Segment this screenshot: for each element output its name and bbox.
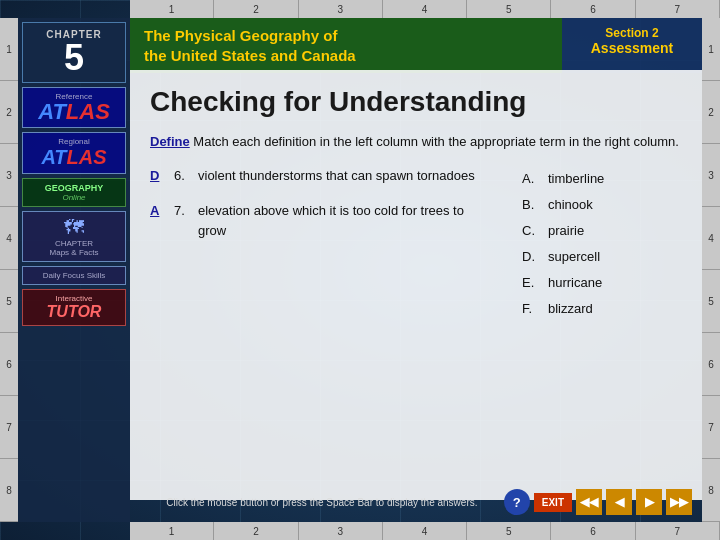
right-ruler-item: 5	[702, 270, 720, 333]
right-ruler-item: 8	[702, 459, 720, 522]
chapter-maps-button[interactable]: 🗺 CHAPTERMaps & Facts	[22, 211, 126, 262]
answer-item-f: F. blizzard	[522, 296, 682, 322]
left-ruler-item: 3	[0, 144, 18, 207]
answer-item-e: E. hurricane	[522, 270, 682, 296]
answer-key-c: C.	[522, 218, 542, 244]
next-button[interactable]: ▶	[636, 489, 662, 515]
chapter-number: 5	[27, 40, 121, 76]
left-ruler-item: 4	[0, 207, 18, 270]
questions-area: D 6. violent thunderstorms that can spaw…	[150, 166, 682, 322]
top-ruler-item: 2	[214, 0, 298, 18]
tutor-label: TUTOR	[27, 303, 121, 321]
bottom-bar: Click the mouse button or press the Spac…	[130, 482, 702, 522]
answer-key-d: D.	[522, 244, 542, 270]
geography-label: GEOGRAPHY	[27, 183, 121, 193]
answer-value-b: chinook	[548, 192, 593, 218]
bottom-ruler-item: 6	[551, 522, 635, 540]
click-instruction: Click the mouse button or press the Spac…	[140, 497, 504, 508]
questions-left: D 6. violent thunderstorms that can spaw…	[150, 166, 492, 322]
bottom-ruler-item: 4	[383, 522, 467, 540]
answer-item-d: D. supercell	[522, 244, 682, 270]
left-ruler-item: 2	[0, 81, 18, 144]
header-title: The Physical Geography of the United Sta…	[144, 26, 548, 65]
left-ruler-item: 5	[0, 270, 18, 333]
daily-focus-button[interactable]: Daily Focus Skills	[22, 266, 126, 285]
map-icon: 🗺	[27, 216, 121, 239]
prev-button[interactable]: ◀	[606, 489, 632, 515]
right-ruler-item: 7	[702, 396, 720, 459]
left-ruler-item: 1	[0, 18, 18, 81]
answer-value-c: prairie	[548, 218, 584, 244]
question-row-2: A 7. elevation above which it is too col…	[150, 201, 492, 240]
reference-atlas-button[interactable]: Reference ATLAS	[22, 87, 126, 128]
section-label: Section 2	[576, 26, 688, 40]
chapter-box: CHAPTER 5	[22, 22, 126, 83]
define-instruction: Match each definition in the left column…	[190, 134, 679, 149]
right-ruler-item: 6	[702, 333, 720, 396]
geography-online-button[interactable]: GEOGRAPHY Online	[22, 178, 126, 207]
top-ruler-item: 5	[467, 0, 551, 18]
answer-value-d: supercell	[548, 244, 600, 270]
bottom-ruler-item: 1	[130, 522, 214, 540]
bottom-ruler-item: 2	[214, 522, 298, 540]
answer-key-a: A.	[522, 166, 542, 192]
interactive-label: Interactive	[27, 294, 121, 303]
right-ruler: 1 2 3 4 5 6 7 8	[702, 18, 720, 522]
answer-value-f: blizzard	[548, 296, 593, 322]
bottom-ruler: 1 2 3 4 5 6 7	[130, 522, 720, 540]
atlas-logo: ATLAS	[27, 101, 121, 123]
nav-buttons: ? EXIT ◀◀ ◀ ▶ ▶▶	[504, 489, 692, 515]
answer-item-a: A. timberline	[522, 166, 682, 192]
left-ruler-item: 7	[0, 396, 18, 459]
question-row-1: D 6. violent thunderstorms that can spaw…	[150, 166, 492, 186]
right-ruler-item: 2	[702, 81, 720, 144]
top-ruler: 1 2 3 4 5 6 7	[130, 0, 720, 18]
header-area: The Physical Geography of the United Sta…	[130, 18, 702, 73]
top-ruler-item: 4	[383, 0, 467, 18]
exit-button[interactable]: EXIT	[534, 493, 572, 512]
q-number-1: 6.	[174, 166, 198, 186]
q-text-2: elevation above which it is too cold for…	[198, 201, 492, 240]
first-button[interactable]: ◀◀	[576, 489, 602, 515]
answer-letter-2: A	[150, 201, 170, 221]
regional-atlas-button[interactable]: Regional ATLAS	[22, 132, 126, 174]
answer-value-a: timberline	[548, 166, 604, 192]
answer-letter-1: D	[150, 166, 170, 186]
answer-key-b: B.	[522, 192, 542, 218]
assessment-label: Assessment	[576, 40, 688, 56]
left-ruler-item: 8	[0, 459, 18, 522]
right-ruler-item: 1	[702, 18, 720, 81]
answer-item-c: C. prairie	[522, 218, 682, 244]
header-title-box: The Physical Geography of the United Sta…	[130, 18, 562, 73]
left-ruler-item: 6	[0, 333, 18, 396]
answer-item-b: B. chinook	[522, 192, 682, 218]
interactive-tutor-button[interactable]: Interactive TUTOR	[22, 289, 126, 326]
answer-key-e: E.	[522, 270, 542, 296]
top-ruler-item: 6	[551, 0, 635, 18]
help-button[interactable]: ?	[504, 489, 530, 515]
main-content: Checking for Understanding Define Match …	[130, 70, 702, 500]
bottom-ruler-item: 7	[636, 522, 720, 540]
top-ruler-item: 3	[299, 0, 383, 18]
answer-value-e: hurricane	[548, 270, 602, 296]
define-word: Define	[150, 134, 190, 149]
bottom-ruler-item: 5	[467, 522, 551, 540]
right-ruler-item: 3	[702, 144, 720, 207]
chapter-maps-label: CHAPTERMaps & Facts	[27, 239, 121, 257]
bottom-ruler-item: 3	[299, 522, 383, 540]
q-number-2: 7.	[174, 201, 198, 221]
answers-right: A. timberline B. chinook C. prairie D. s…	[522, 166, 682, 322]
last-button[interactable]: ▶▶	[666, 489, 692, 515]
atlas-logo2: ATLAS	[27, 146, 121, 169]
daily-focus-label: Daily Focus Skills	[27, 271, 121, 280]
left-sidebar: CHAPTER 5 Reference ATLAS Regional ATLAS…	[18, 18, 130, 522]
regional-label: Regional	[27, 137, 121, 146]
define-row: Define Match each definition in the left…	[150, 132, 682, 152]
online-label: Online	[27, 193, 121, 202]
q-text-1: violent thunderstorms that can spawn tor…	[198, 166, 492, 186]
page-heading: Checking for Understanding	[150, 86, 682, 118]
header-section-box: Section 2 Assessment	[562, 18, 702, 73]
left-ruler: 1 2 3 4 5 6 7 8	[0, 18, 18, 522]
answer-key-f: F.	[522, 296, 542, 322]
top-ruler-item: 1	[130, 0, 214, 18]
